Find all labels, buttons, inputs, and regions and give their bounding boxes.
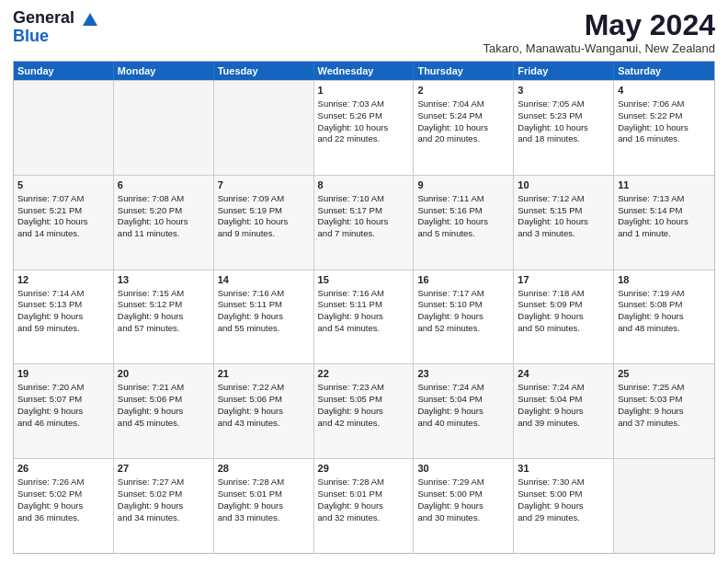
day-info-line: Daylight: 9 hours [218, 500, 310, 512]
day-info-line: Sunset: 5:14 PM [618, 205, 711, 217]
day-info-line: Daylight: 10 hours [118, 216, 210, 228]
day-info-line: Sunrise: 7:24 AM [417, 382, 509, 394]
day-info-line: Sunrise: 7:10 AM [318, 193, 410, 205]
day-info-line: Sunrise: 7:29 AM [417, 477, 509, 488]
day-info-line: Sunset: 5:23 PM [518, 110, 609, 122]
day-info-line: and 1 minute. [618, 228, 711, 240]
logo-general: General [13, 9, 99, 28]
page: General Blue May 2024 Takaro, Manawatu-W… [0, 0, 728, 563]
day-number: 19 [17, 367, 109, 381]
header-friday: Friday [514, 62, 614, 80]
calendar-cell-1-4: 9Sunrise: 7:11 AMSunset: 5:16 PMDaylight… [414, 176, 514, 270]
day-number: 5 [17, 178, 109, 192]
calendar-cell-2-0: 12Sunrise: 7:14 AMSunset: 5:13 PMDayligh… [14, 270, 114, 364]
day-info-line: Daylight: 9 hours [518, 311, 609, 323]
day-info-line: and 37 minutes. [618, 418, 711, 430]
day-info-line: and 43 minutes. [218, 418, 310, 430]
header-thursday: Thursday [414, 62, 514, 80]
day-info-line: Daylight: 10 hours [518, 122, 609, 134]
day-info-line: Sunrise: 7:04 AM [417, 98, 509, 110]
calendar-cell-1-1: 6Sunrise: 7:08 AMSunset: 5:20 PMDaylight… [114, 176, 214, 270]
logo-general-text: General [13, 8, 74, 27]
day-info-line: Sunset: 5:13 PM [17, 299, 109, 311]
day-info-line: and 55 minutes. [218, 323, 310, 335]
calendar-cell-0-6: 4Sunrise: 7:06 AMSunset: 5:22 PMDaylight… [614, 81, 714, 175]
day-info-line: Sunset: 5:20 PM [118, 205, 210, 217]
day-number: 15 [318, 273, 410, 287]
day-info-line: and 52 minutes. [417, 323, 509, 335]
day-info-line: Sunrise: 7:30 AM [518, 477, 609, 488]
day-number: 18 [618, 273, 711, 287]
day-info-line: Sunrise: 7:08 AM [118, 193, 210, 205]
day-info-line: Sunrise: 7:14 AM [17, 288, 109, 300]
day-info-line: and 14 minutes. [17, 228, 109, 240]
calendar-cell-3-6: 25Sunrise: 7:25 AMSunset: 5:03 PMDayligh… [614, 364, 714, 458]
day-info-line: Sunrise: 7:03 AM [318, 98, 410, 110]
calendar-cell-2-3: 15Sunrise: 7:16 AMSunset: 5:11 PMDayligh… [314, 270, 415, 364]
header-tuesday: Tuesday [214, 62, 314, 80]
day-info-line: Sunset: 5:00 PM [417, 488, 509, 500]
calendar-cell-2-2: 14Sunrise: 7:16 AMSunset: 5:11 PMDayligh… [214, 270, 314, 364]
day-number: 3 [518, 84, 609, 98]
day-info-line: Sunset: 5:12 PM [118, 299, 210, 311]
day-info-line: Daylight: 9 hours [17, 311, 109, 323]
calendar-cell-3-4: 23Sunrise: 7:24 AMSunset: 5:04 PMDayligh… [414, 364, 514, 458]
day-info-line: Sunrise: 7:27 AM [118, 477, 210, 488]
day-info-line: Daylight: 9 hours [518, 406, 609, 418]
day-info-line: Daylight: 9 hours [218, 311, 310, 323]
day-info-line: and 5 minutes. [417, 228, 509, 240]
day-info-line: Sunrise: 7:15 AM [118, 288, 210, 300]
day-info-line: Daylight: 10 hours [417, 216, 509, 228]
day-info-line: Sunrise: 7:28 AM [218, 477, 310, 488]
day-number: 14 [218, 273, 310, 287]
day-info-line: and 50 minutes. [518, 323, 609, 335]
day-number: 31 [518, 462, 609, 476]
day-info-line: Sunset: 5:10 PM [417, 299, 509, 311]
day-info-line: Sunrise: 7:16 AM [318, 288, 410, 300]
day-info-line: Sunset: 5:15 PM [518, 205, 609, 217]
day-info-line: Sunset: 5:17 PM [318, 205, 410, 217]
day-info-line: Daylight: 9 hours [318, 311, 410, 323]
day-info-line: Sunset: 5:26 PM [318, 110, 410, 122]
day-info-line: Daylight: 9 hours [318, 500, 410, 512]
day-info-line: Sunrise: 7:17 AM [417, 288, 509, 300]
day-info-line: Sunset: 5:04 PM [417, 394, 509, 406]
day-info-line: Sunset: 5:24 PM [417, 110, 509, 122]
day-number: 28 [218, 462, 310, 476]
day-info-line: and 3 minutes. [518, 228, 609, 240]
calendar-cell-0-0 [14, 81, 114, 175]
day-info-line: and 11 minutes. [118, 228, 210, 240]
calendar-cell-4-0: 26Sunrise: 7:26 AMSunset: 5:02 PMDayligh… [14, 459, 114, 553]
header-saturday: Saturday [614, 62, 714, 80]
calendar-cell-3-5: 24Sunrise: 7:24 AMSunset: 5:04 PMDayligh… [514, 364, 614, 458]
day-info-line: Sunset: 5:01 PM [318, 488, 410, 500]
header-monday: Monday [114, 62, 214, 80]
day-number: 12 [17, 273, 109, 287]
day-number: 23 [417, 367, 509, 381]
day-info-line: and 29 minutes. [518, 512, 609, 524]
calendar-row-0: 1Sunrise: 7:03 AMSunset: 5:26 PMDaylight… [14, 80, 714, 175]
calendar-cell-3-2: 21Sunrise: 7:22 AMSunset: 5:06 PMDayligh… [214, 364, 314, 458]
day-info-line: and 39 minutes. [518, 418, 609, 430]
calendar-cell-4-3: 29Sunrise: 7:28 AMSunset: 5:01 PMDayligh… [314, 459, 415, 553]
day-info-line: and 42 minutes. [318, 418, 410, 430]
day-info-line: Sunset: 5:05 PM [318, 394, 410, 406]
header: General Blue May 2024 Takaro, Manawatu-W… [13, 9, 715, 55]
day-info-line: Sunrise: 7:09 AM [218, 193, 310, 205]
day-info-line: Sunrise: 7:18 AM [518, 288, 609, 300]
day-info-line: Sunset: 5:07 PM [17, 394, 109, 406]
title-block: May 2024 Takaro, Manawatu-Wanganui, New … [483, 9, 715, 55]
day-number: 30 [417, 462, 509, 476]
day-info-line: Sunrise: 7:25 AM [618, 382, 711, 394]
day-info-line: Sunset: 5:11 PM [218, 299, 310, 311]
calendar-cell-0-2 [214, 81, 314, 175]
day-number: 11 [618, 178, 711, 192]
day-info-line: Sunrise: 7:11 AM [417, 193, 509, 205]
day-number: 21 [218, 367, 310, 381]
calendar-cell-1-2: 7Sunrise: 7:09 AMSunset: 5:19 PMDaylight… [214, 176, 314, 270]
day-number: 8 [318, 178, 410, 192]
day-info-line: and 9 minutes. [218, 228, 310, 240]
calendar-cell-0-4: 2Sunrise: 7:04 AMSunset: 5:24 PMDaylight… [414, 81, 514, 175]
day-info-line: Sunrise: 7:23 AM [318, 382, 410, 394]
calendar-row-4: 26Sunrise: 7:26 AMSunset: 5:02 PMDayligh… [14, 458, 714, 553]
